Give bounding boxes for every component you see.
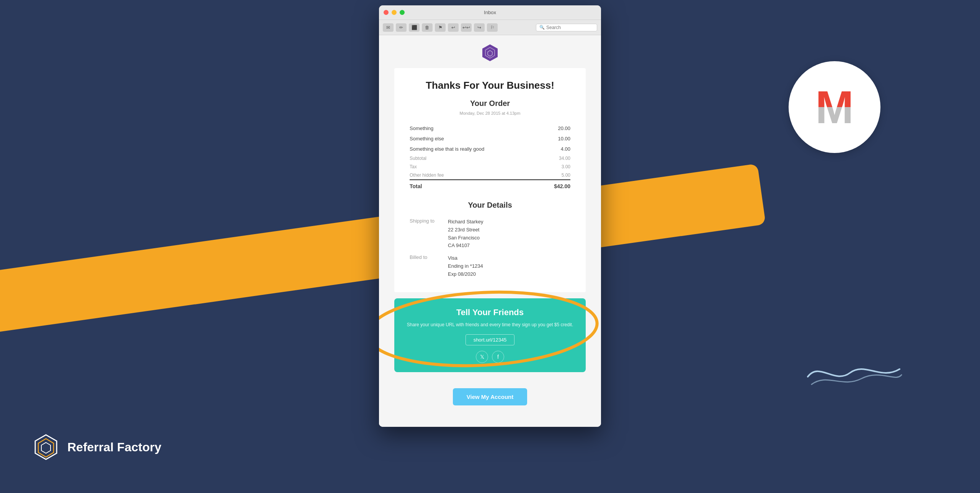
item-price: 4.00	[541, 144, 570, 154]
total-value: $42.00	[541, 180, 570, 192]
item-name: Something	[410, 123, 541, 133]
hidden-fee-label: Other hidden fee	[410, 171, 541, 180]
tyfriends-section: Tell Your Friends Share your unique URL …	[394, 298, 586, 372]
table-row: Something else 10.00	[410, 133, 570, 144]
subtotal-label: Subtotal	[410, 154, 541, 163]
mac-maximize-button[interactable]	[400, 10, 405, 15]
toolbar-reply-icon[interactable]: ↩	[448, 23, 459, 32]
toolbar-flag-icon[interactable]: ⚐	[487, 23, 498, 32]
referral-factory-icon	[31, 432, 61, 462]
order-section-title: Your Order	[410, 99, 570, 108]
tax-row: Tax 3.00	[410, 163, 570, 171]
mac-minimize-button[interactable]	[392, 10, 397, 15]
subtotal-row: Subtotal 34.00	[410, 154, 570, 163]
gmail-icon-circle: M	[789, 61, 880, 153]
tyfriends-title: Tell Your Friends	[406, 308, 574, 317]
item-price: 10.00	[541, 133, 570, 144]
toolbar-edit-icon[interactable]: ✏	[396, 23, 407, 32]
toolbar-compose-icon[interactable]: ✉	[383, 23, 394, 32]
email-footer	[379, 419, 601, 427]
billing-ending: Ending in *1234	[448, 263, 483, 269]
mac-toolbar: ✉ ✏ ⬛ 🗑 ⚑ ↩ ↩↩ ↪ ⚐ 🔍	[379, 20, 601, 35]
email-header	[379, 35, 601, 68]
item-name: Something else	[410, 133, 541, 144]
brand-hex-icon	[480, 43, 500, 63]
hidden-fee-row: Other hidden fee 5.00	[410, 171, 570, 180]
email-body-card: Thanks For Your Business! Your Order Mon…	[394, 68, 586, 292]
social-icons-row: 𝕏 f	[406, 351, 574, 363]
details-table: Shipping to Richard Starkey 22 23rd Stre…	[410, 216, 570, 281]
hidden-fee-value: 5.00	[541, 171, 570, 180]
mac-titlebar: Inbox	[379, 5, 601, 20]
search-input[interactable]	[546, 25, 592, 30]
view-account-wrapper: View My Account	[379, 378, 601, 419]
table-row: Something else that is really good 4.00	[410, 144, 570, 154]
billing-label: Billed to	[410, 252, 448, 280]
tax-value: 3.00	[541, 163, 570, 171]
mac-window: Inbox ✉ ✏ ⬛ 🗑 ⚑ ↩ ↩↩ ↪ ⚐ 🔍 Thanks For Y	[379, 5, 601, 427]
email-main-title: Thanks For Your Business!	[410, 80, 570, 91]
order-table: Something 20.00 Something else 10.00 Som…	[410, 123, 570, 192]
search-box[interactable]: 🔍	[536, 24, 597, 31]
billing-row: Billed to Visa Ending in *1234 Exp 08/20…	[410, 252, 570, 280]
mac-close-button[interactable]	[384, 10, 389, 15]
toolbar-trash-icon[interactable]: 🗑	[422, 23, 433, 32]
item-name: Something else that is really good	[410, 144, 541, 154]
view-account-button[interactable]: View My Account	[453, 388, 528, 405]
tyfriends-wrapper: Tell Your Friends Share your unique URL …	[379, 298, 601, 372]
billing-expiry: Exp 08/2020	[448, 271, 476, 277]
facebook-button[interactable]: f	[492, 351, 504, 363]
brand-name-text: Referral Factory	[67, 440, 161, 454]
tax-label: Tax	[410, 163, 541, 171]
shipping-address: Richard Starkey 22 23rd StreetSan Franci…	[448, 216, 570, 252]
subtotal-value: 34.00	[541, 154, 570, 163]
shipping-label: Shipping to	[410, 216, 448, 252]
twitter-button[interactable]: 𝕏	[476, 351, 488, 363]
tyfriends-description: Share your unique URL with friends and e…	[406, 321, 574, 328]
details-section-title: Your Details	[410, 201, 570, 210]
table-row: Something 20.00	[410, 123, 570, 133]
email-content-area: Thanks For Your Business! Your Order Mon…	[379, 35, 601, 427]
toolbar-archive-icon[interactable]: ⬛	[409, 23, 420, 32]
billing-card: Visa	[448, 255, 457, 261]
shipping-row: Shipping to Richard Starkey 22 23rd Stre…	[410, 216, 570, 252]
toolbar-forward-icon[interactable]: ↪	[474, 23, 485, 32]
brand-logo-area: Referral Factory	[31, 432, 161, 462]
toolbar-reply-all-icon[interactable]: ↩↩	[461, 23, 472, 32]
search-icon: 🔍	[539, 25, 545, 30]
tyfriends-url-button[interactable]: short.url/12345	[466, 334, 515, 345]
total-row: Total $42.00	[410, 180, 570, 192]
toolbar-junk-icon[interactable]: ⚑	[435, 23, 446, 32]
billing-info: Visa Ending in *1234 Exp 08/2020	[448, 252, 570, 280]
order-date: Monday, Dec 28 2015 at 4.13pm	[410, 111, 570, 116]
mac-window-title: Inbox	[484, 10, 496, 15]
scribble-decoration	[804, 354, 903, 394]
item-price: 20.00	[541, 123, 570, 133]
shipping-name: Richard Starkey	[448, 219, 483, 225]
gmail-m-icon: M	[815, 84, 854, 130]
total-label: Total	[410, 180, 541, 192]
